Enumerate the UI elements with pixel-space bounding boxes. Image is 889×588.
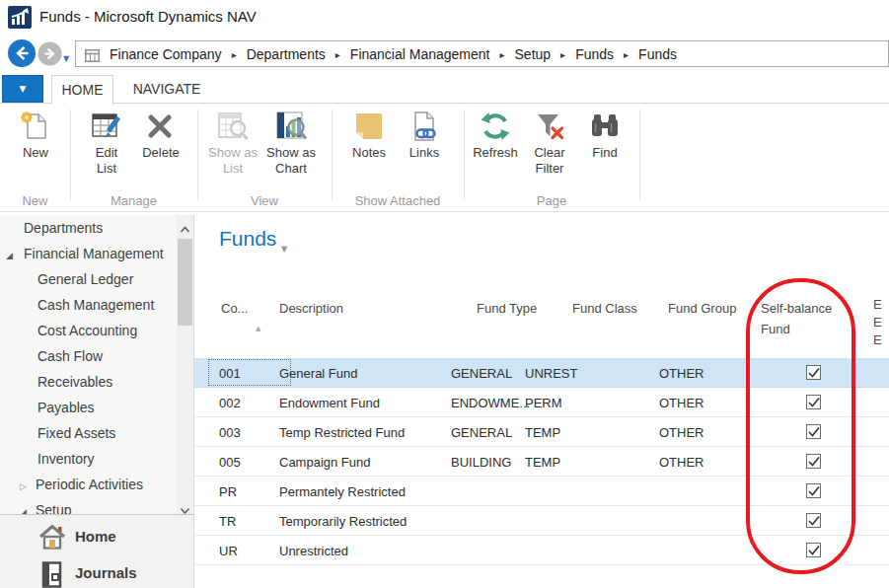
- delete-icon: [132, 110, 189, 144]
- back-button[interactable]: [7, 38, 37, 72]
- collapse-icon[interactable]: [20, 497, 27, 514]
- refresh-button[interactable]: Refresh: [465, 110, 526, 161]
- show-as-list-button-label: Show as List: [205, 145, 260, 177]
- bottom-navigation-pane: Home Journals: [0, 514, 193, 588]
- expand-icon[interactable]: [20, 472, 27, 499]
- funds-table: 001 General Fund GENERAL UNREST OTHER 00…: [194, 358, 889, 565]
- clear-filter-icon: [528, 110, 571, 144]
- show-as-chart-button[interactable]: Show as Chart: [260, 110, 322, 177]
- links-button[interactable]: Links: [396, 110, 453, 161]
- sidebar-item-payables[interactable]: Payables: [0, 395, 193, 420]
- sidebar-item-receivables[interactable]: Receivables: [0, 369, 193, 395]
- nav-pane-journals-label: Journals: [75, 564, 137, 581]
- nav-pane-home-label: Home: [75, 528, 116, 545]
- column-header-code[interactable]: Co...: [221, 298, 248, 319]
- clear-filter-button[interactable]: Clear Filter: [528, 110, 571, 177]
- new-record-icon: [7, 110, 64, 144]
- group-separator: [197, 110, 198, 200]
- address-bar[interactable]: Finance CompanyDepartmentsFinancial Mana…: [75, 40, 889, 67]
- application-menu-button[interactable]: [2, 75, 43, 103]
- page-type-icon: [85, 48, 100, 66]
- tab-navigate[interactable]: NAVIGATE: [125, 75, 208, 105]
- forward-button[interactable]: [37, 41, 62, 70]
- sidebar-item-cash-management[interactable]: Cash Management: [0, 292, 193, 318]
- self-balance-checkbox[interactable]: [806, 513, 821, 528]
- breadcrumb-item[interactable]: Funds: [614, 46, 677, 62]
- sidebar-scrollbar[interactable]: [177, 215, 193, 514]
- breadcrumb: Finance CompanyDepartmentsFinancial Mana…: [110, 46, 677, 62]
- show-as-list-button: Show as List: [205, 110, 260, 177]
- breadcrumb-item[interactable]: Finance Company: [110, 46, 222, 62]
- funds-list-page: Funds Co... Description Fund Type Fund C…: [194, 215, 889, 588]
- page-title: Funds: [219, 227, 276, 251]
- nav-pane-home[interactable]: Home: [0, 519, 193, 555]
- sidebar-item-periodic-activities[interactable]: Periodic Activities: [0, 472, 193, 497]
- sidebar-item-departments[interactable]: Departments: [0, 215, 193, 241]
- journals-icon: [41, 561, 65, 588]
- new-button-label: New: [7, 145, 64, 161]
- edit-list-button[interactable]: Edit List: [85, 110, 128, 177]
- table-row[interactable]: UR Unrestricted: [194, 536, 889, 565]
- table-row[interactable]: PR Permantely Restricted: [194, 477, 889, 506]
- edit-list-button-label: Edit List: [85, 145, 128, 177]
- column-header-partial: E E E: [873, 296, 889, 349]
- find-icon: [576, 110, 633, 144]
- collapse-icon[interactable]: [6, 241, 13, 268]
- column-header-fund-class[interactable]: Fund Class: [572, 298, 637, 319]
- new-button[interactable]: New: [7, 110, 64, 161]
- links-icon: [396, 110, 453, 144]
- table-row[interactable]: 002 Endowment Fund ENDOWME... PERM OTHER: [194, 388, 889, 417]
- show-as-list-icon: [205, 110, 260, 144]
- find-button-label: Find: [576, 145, 633, 161]
- scroll-up-icon[interactable]: [180, 220, 190, 228]
- breadcrumb-item[interactable]: Setup: [489, 46, 551, 62]
- self-balance-checkbox[interactable]: [806, 424, 821, 439]
- group-separator: [332, 110, 333, 200]
- table-row[interactable]: 003 Temp Restricted Fund GENERAL TEMP OT…: [194, 417, 889, 447]
- self-balance-checkbox[interactable]: [806, 483, 821, 498]
- table-row[interactable]: TR Temporarily Restricted: [194, 506, 889, 536]
- sidebar-item-inventory[interactable]: Inventory: [0, 446, 193, 472]
- sidebar-item-general-ledger[interactable]: General Ledger: [0, 266, 193, 292]
- sidebar-item-setup[interactable]: Setup: [0, 497, 193, 514]
- breadcrumb-item[interactable]: Departments: [222, 46, 326, 62]
- ribbon-group-page: Page: [464, 193, 639, 208]
- sidebar-item-cash-flow[interactable]: Cash Flow: [0, 343, 193, 369]
- refresh-icon: [465, 110, 526, 144]
- tab-home[interactable]: HOME: [51, 75, 113, 105]
- ribbon-group-view: View: [197, 193, 332, 208]
- home-icon: [37, 523, 67, 554]
- group-separator: [70, 110, 71, 200]
- sidebar-item-financial-management[interactable]: Financial Management: [0, 241, 193, 266]
- ribbon: New Edit List: [0, 104, 889, 212]
- scroll-down-icon[interactable]: [180, 501, 190, 509]
- column-header-fund-type[interactable]: Fund Type: [477, 298, 537, 319]
- find-button[interactable]: Find: [576, 110, 633, 161]
- notes-button[interactable]: Notes: [340, 110, 398, 161]
- history-dropdown-icon[interactable]: [63, 47, 75, 59]
- table-row[interactable]: 005 Campaign Fund BUILDING TEMP OTHER: [194, 447, 889, 477]
- navigation-bar: Finance CompanyDepartmentsFinancial Mana…: [0, 37, 889, 70]
- delete-button[interactable]: Delete: [132, 110, 189, 161]
- clear-filter-button-label: Clear Filter: [528, 145, 571, 177]
- breadcrumb-item[interactable]: Financial Management: [326, 46, 490, 62]
- column-header-self-balance-fund[interactable]: Self-balance Fund: [761, 298, 852, 339]
- ribbon-group-new: New: [0, 193, 70, 208]
- self-balance-checkbox[interactable]: [806, 543, 821, 557]
- group-separator: [639, 110, 640, 200]
- ribbon-group-manage: Manage: [70, 193, 197, 208]
- page-title-dropdown-icon[interactable]: [281, 238, 287, 256]
- scrollbar-thumb[interactable]: [178, 239, 192, 326]
- breadcrumb-item[interactable]: Funds: [551, 46, 614, 62]
- column-header-fund-group[interactable]: Fund Group: [668, 298, 736, 319]
- sidebar-item-fixed-assets[interactable]: Fixed Assets: [0, 420, 193, 446]
- notes-button-label: Notes: [340, 145, 398, 161]
- sidebar-item-cost-accounting[interactable]: Cost Accounting: [0, 318, 193, 343]
- self-balance-checkbox[interactable]: [806, 365, 821, 380]
- column-header-description[interactable]: Description: [279, 298, 343, 319]
- self-balance-checkbox[interactable]: [806, 454, 821, 469]
- self-balance-checkbox[interactable]: [806, 395, 821, 409]
- nav-pane-journals[interactable]: Journals: [0, 555, 193, 588]
- table-row[interactable]: 001 General Fund GENERAL UNREST OTHER: [194, 358, 889, 388]
- dynamics-nav-logo-icon: [8, 6, 32, 33]
